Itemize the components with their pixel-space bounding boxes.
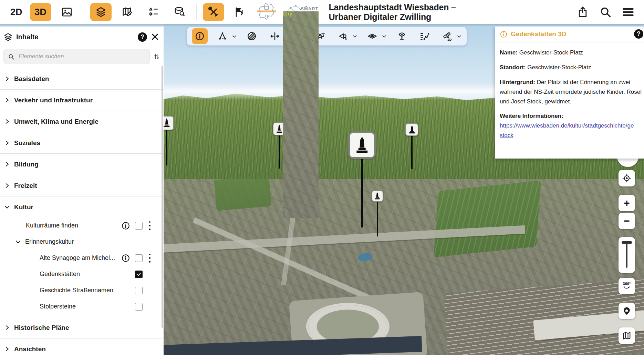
smart-label: SMART <box>301 6 318 11</box>
section-label: Soziales <box>14 139 40 147</box>
home-view-button[interactable] <box>619 303 635 319</box>
sidebar-item-soziales[interactable]: Soziales <box>0 132 164 153</box>
data-search-button[interactable] <box>169 3 190 21</box>
kebab-menu-icon[interactable] <box>149 254 151 263</box>
tool-split-view-button[interactable] <box>267 28 283 44</box>
sidebar-item-basisdaten[interactable]: Basisdaten <box>0 68 164 89</box>
sidebar-item-ansichten[interactable]: Ansichten <box>0 338 164 355</box>
tool-shadow-button[interactable] <box>244 28 260 44</box>
chevron-down-icon[interactable] <box>352 34 357 39</box>
minus-icon: − <box>624 216 630 226</box>
legend-button[interactable] <box>143 3 164 21</box>
sidebar-scrollbar[interactable] <box>162 66 163 328</box>
sidebar-item-erinnerungskultur[interactable]: Erinnerungskultur <box>0 234 164 250</box>
tool-projection-button[interactable]: 0 <box>335 28 351 44</box>
database-search-icon <box>174 6 185 18</box>
contents-sidebar: Inhalte ? Basisdaten <box>0 26 164 355</box>
item-label: Gedenkstätten <box>40 271 80 278</box>
sidebar-search[interactable] <box>3 49 150 64</box>
help-icon[interactable]: ? <box>138 32 147 42</box>
info-icon <box>195 31 205 41</box>
item-label: Stolpersteine <box>40 303 76 310</box>
zoom-out-button[interactable]: − <box>619 213 635 229</box>
chevron-down-icon[interactable] <box>232 34 237 39</box>
rotate-360-button[interactable]: 360° <box>619 278 635 294</box>
sidebar-item-freizeit[interactable]: Freizeit <box>0 175 164 196</box>
tool-measure-2d-button[interactable]: 2D <box>439 28 455 44</box>
memorial-marker[interactable] <box>164 116 174 130</box>
tool-plane-view-button[interactable] <box>364 28 380 44</box>
legend-list-icon <box>147 6 159 18</box>
kebab-menu-icon[interactable] <box>149 221 151 230</box>
layer-checkbox-checked[interactable] <box>135 271 143 278</box>
map-toolbar: 0 2D <box>187 27 467 45</box>
tool-chart-query-button[interactable] <box>417 28 433 44</box>
tools-icon <box>208 6 219 18</box>
menu-icon[interactable] <box>622 6 634 18</box>
chevron-down-icon[interactable] <box>382 34 387 39</box>
split-view-icon <box>270 31 280 41</box>
search-icon[interactable] <box>599 6 612 18</box>
sidebar-item-geschichte-strassennamen[interactable]: Geschichte Straßennamen <box>0 282 164 298</box>
zoom-in-button[interactable]: + <box>619 195 635 211</box>
layer-checkbox[interactable] <box>135 303 143 311</box>
sidebar-item-gedenkstaetten[interactable]: Gedenkstätten <box>0 266 164 282</box>
home-pin-icon <box>622 306 632 316</box>
close-icon[interactable] <box>150 32 159 41</box>
sort-icon[interactable] <box>153 53 160 60</box>
mode-3d-button[interactable]: 3D <box>30 3 51 21</box>
tool-info-button[interactable] <box>192 28 208 44</box>
info-icon[interactable] <box>121 221 130 230</box>
section-label: Bildung <box>14 161 39 168</box>
chevron-down-icon[interactable] <box>457 34 462 39</box>
external-link-wrap[interactable]: stock <box>500 131 644 140</box>
basemap-image-button[interactable] <box>56 3 77 21</box>
field-hintergrund: Hintergrund: Der Platz ist der Erinnerun… <box>500 78 644 106</box>
layer-checkbox[interactable] <box>135 287 143 294</box>
wiesbaden-geoportal-logo <box>255 2 278 22</box>
geolocate-button[interactable] <box>619 170 635 186</box>
sidebar-item-alte-synagoge[interactable]: Alte Synagoge am Michel... <box>0 250 164 266</box>
layer-checkbox[interactable] <box>135 222 143 230</box>
weitere-informationen-label: Weitere Informationen: <box>500 111 644 121</box>
tool-pedestrian-view-button[interactable] <box>394 28 410 44</box>
tilt-slider-track <box>626 243 628 268</box>
marker-leader-line <box>279 133 280 169</box>
layer-checkbox[interactable] <box>135 254 143 262</box>
memorial-marker-selected[interactable] <box>348 131 376 159</box>
mode-2d-button[interactable]: 2D <box>8 7 25 18</box>
help-icon[interactable]: ? <box>634 29 643 39</box>
basemap-button[interactable] <box>619 327 635 344</box>
map-edit-button[interactable] <box>116 3 138 21</box>
sidebar-item-kulturraeume-finden[interactable]: Kulturräume finden <box>0 217 164 234</box>
section-label: Kultur <box>14 203 33 211</box>
sidebar-item-historische-plaene[interactable]: Historische Pläne <box>0 317 164 338</box>
chevron-right-icon <box>4 119 10 124</box>
search-input[interactable] <box>18 53 145 60</box>
sidebar-item-verkehr[interactable]: Verkehr und Infrastruktur <box>0 89 164 111</box>
sidebar-item-bildung[interactable]: Bildung <box>0 153 164 175</box>
map-park-large <box>434 180 541 257</box>
sidebar-item-kultur[interactable]: Kultur <box>0 196 164 217</box>
chevron-down-icon <box>4 204 10 210</box>
chevron-right-icon <box>4 325 10 331</box>
external-link[interactable]: https://www.wiesbaden.de/kultur/stadtges… <box>500 121 644 131</box>
tool-measure-area-button[interactable] <box>215 28 230 44</box>
tilt-slider[interactable] <box>619 237 635 273</box>
chevron-right-icon <box>4 76 10 82</box>
section-label: Freizeit <box>14 182 37 190</box>
info-icon[interactable] <box>121 254 130 263</box>
tools-button[interactable] <box>203 3 224 21</box>
report-button[interactable] <box>229 3 250 21</box>
memorial-marker[interactable] <box>372 190 383 202</box>
section-label: Historische Pläne <box>14 324 69 332</box>
search-icon <box>8 53 14 60</box>
projection-icon: 0 <box>338 31 348 41</box>
share-icon[interactable] <box>577 6 589 18</box>
map-park-small <box>214 175 271 211</box>
memorial-marker[interactable] <box>405 123 418 136</box>
sidebar-item-stolpersteine[interactable]: Stolpersteine <box>0 298 164 315</box>
sidebar-item-umwelt[interactable]: Umwelt, Klima und Energie <box>0 111 164 132</box>
layers-button[interactable] <box>90 3 112 21</box>
section-label: Ansichten <box>14 345 46 353</box>
